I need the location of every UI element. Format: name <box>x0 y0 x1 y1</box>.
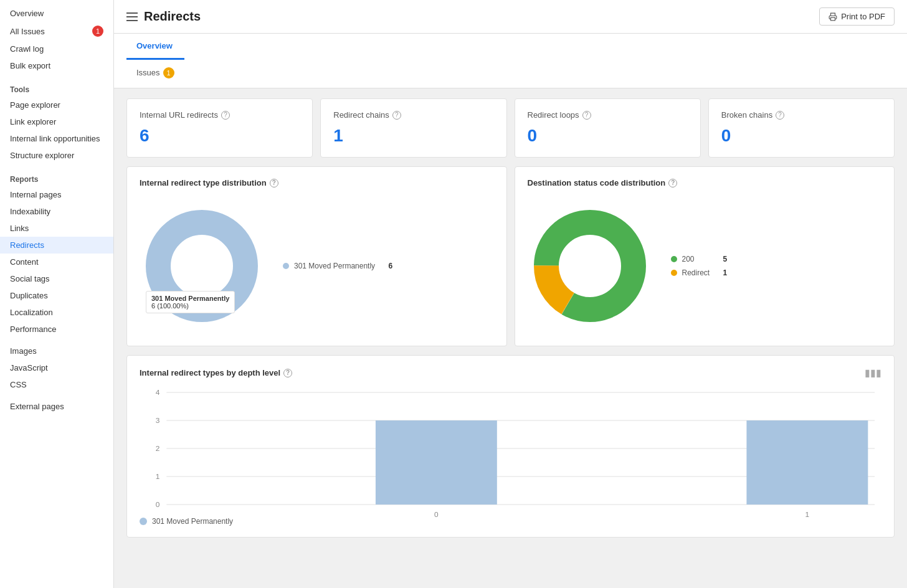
redirect-type-help-icon[interactable]: ? <box>270 179 278 187</box>
sidebar-item-social-tags[interactable]: Social tags <box>0 270 113 287</box>
sidebar-item-javascript[interactable]: JavaScript <box>0 359 113 376</box>
sidebar-item-indexability[interactable]: Indexability <box>0 203 113 220</box>
redirect-type-chart-card: Internal redirect type distribution ? <box>126 166 507 346</box>
help-icon-internal-url-redirects[interactable]: ? <box>221 111 230 120</box>
depth-chart-header: Internal redirect types by depth level ?… <box>140 367 881 379</box>
dest-legend-dot-redirect <box>671 270 677 276</box>
destination-donut-container: 200 5 Redirect 1 <box>528 197 882 334</box>
hamburger-icon[interactable] <box>126 12 138 21</box>
sidebar-item-structure-explorer[interactable]: Structure explorer <box>0 147 113 164</box>
svg-text:1: 1 <box>156 473 160 480</box>
dest-legend-value-200: 5 <box>715 255 727 263</box>
bar-chart-area: 4 3 2 1 0 0 1 <box>140 386 881 511</box>
charts-row: Internal redirect type distribution ? <box>126 166 895 346</box>
donut-legend: 301 Moved Permanently 6 <box>283 262 392 270</box>
stat-cards-row: Internal URL redirects ? 6 Redirect chai… <box>126 98 895 158</box>
dest-legend-label-redirect: Redirect <box>682 268 710 277</box>
destination-donut-svg <box>528 204 652 328</box>
tabs-bar: OverviewIssues1 <box>114 34 907 88</box>
bar-x0 <box>376 420 497 505</box>
dest-legend-item-200: 200 5 <box>671 255 728 263</box>
donut-svg <box>140 204 264 328</box>
page-title: Redirects <box>144 9 201 24</box>
content-area: Internal URL redirects ? 6 Redirect chai… <box>114 88 907 588</box>
stat-card-value-internal-url-redirects: 6 <box>140 126 300 146</box>
donut-container: 301 Moved Permanently 6 (100.00%) 301 Mo… <box>140 197 494 334</box>
destination-status-chart-card: Destination status code distribution ? <box>515 166 895 346</box>
sidebar-item-overview[interactable]: Overview <box>0 5 113 22</box>
svg-text:1: 1 <box>805 511 810 518</box>
sidebar-item-css[interactable]: CSS <box>0 376 113 393</box>
legend-item-301: 301 Moved Permanently 6 <box>283 262 392 270</box>
sidebar-item-external-pages[interactable]: External pages <box>0 398 113 415</box>
stat-card-value-redirect-chains: 1 <box>333 126 493 146</box>
stat-card-broken-chains: Broken chains ? 0 <box>708 98 895 158</box>
sidebar-item-content[interactable]: Content <box>0 254 113 270</box>
stat-card-value-broken-chains: 0 <box>721 126 881 146</box>
stat-card-label-internal-url-redirects: Internal URL redirects ? <box>140 110 300 120</box>
sidebar-item-page-explorer[interactable]: Page explorer <box>0 97 113 113</box>
sidebar-item-crawl-log[interactable]: Crawl log <box>0 40 113 57</box>
bar-x1 <box>746 420 868 505</box>
depth-chart-card: Internal redirect types by depth level ?… <box>126 355 895 538</box>
svg-text:2: 2 <box>156 445 160 452</box>
help-icon-redirect-chains[interactable]: ? <box>392 111 401 120</box>
stat-card-value-redirect-loops: 0 <box>528 126 688 146</box>
svg-point-2 <box>174 238 230 294</box>
svg-text:4: 4 <box>156 389 160 396</box>
sidebar-item-all-issues[interactable]: All Issues1 <box>0 22 113 40</box>
svg-rect-0 <box>831 17 835 21</box>
dest-legend-value-redirect: 1 <box>715 268 727 277</box>
print-to-pdf-button[interactable]: Print to PDF <box>819 7 895 26</box>
sidebar-item-links[interactable]: Links <box>0 220 113 237</box>
redirect-type-chart-title: Internal redirect type distribution ? <box>140 178 494 187</box>
legend-label-301: 301 Moved Permanently <box>294 262 375 270</box>
sidebar-item-redirects[interactable]: Redirects <box>0 237 113 254</box>
tab-issues[interactable]: Issues1 <box>126 60 184 88</box>
help-icon-broken-chains[interactable]: ? <box>776 111 784 120</box>
sidebar-item-localization[interactable]: Localization <box>0 304 113 321</box>
print-label: Print to PDF <box>841 12 885 21</box>
svg-text:3: 3 <box>156 417 160 424</box>
dest-legend-item-redirect: Redirect 1 <box>671 268 728 277</box>
dest-legend-label-200: 200 <box>682 255 710 263</box>
stat-card-redirect-loops: Redirect loops ? 0 <box>515 98 701 158</box>
help-icon-redirect-loops[interactable]: ? <box>582 111 591 120</box>
bar-chart-view-icon[interactable]: ▮▮▮ <box>865 367 881 379</box>
legend-value-301: 6 <box>380 262 392 270</box>
tools-section-title: Tools <box>0 79 113 97</box>
reports-section-title: Reports <box>0 169 113 186</box>
sidebar-item-bulk-export[interactable]: Bulk export <box>0 57 113 74</box>
destination-status-chart-title: Destination status code distribution ? <box>528 178 882 187</box>
sidebar: OverviewAll Issues1Crawl logBulk export … <box>0 0 114 588</box>
stat-card-label-redirect-chains: Redirect chains ? <box>333 110 493 120</box>
tab-badge-issues: 1 <box>163 67 174 78</box>
svg-text:0: 0 <box>434 511 439 518</box>
sidebar-item-link-explorer[interactable]: Link explorer <box>0 113 113 130</box>
depth-chart-help-icon[interactable]: ? <box>283 369 292 377</box>
svg-point-5 <box>562 238 618 294</box>
destination-status-legend: 200 5 Redirect 1 <box>671 255 728 277</box>
sidebar-item-internal-pages[interactable]: Internal pages <box>0 186 113 203</box>
badge-all-issues: 1 <box>92 26 103 37</box>
depth-chart-title: Internal redirect types by depth level ? <box>140 368 292 377</box>
svg-text:0: 0 <box>156 501 160 508</box>
legend-dot-301 <box>283 263 289 269</box>
bar-chart-svg: 4 3 2 1 0 0 1 <box>140 386 881 523</box>
stat-card-label-broken-chains: Broken chains ? <box>721 110 881 120</box>
sidebar-item-images[interactable]: Images <box>0 343 113 359</box>
stat-card-label-redirect-loops: Redirect loops ? <box>528 110 688 120</box>
header: Redirects Print to PDF <box>114 0 907 34</box>
sidebar-item-duplicates[interactable]: Duplicates <box>0 287 113 304</box>
sidebar-item-internal-link-opp[interactable]: Internal link opportunities <box>0 130 113 147</box>
sidebar-item-performance[interactable]: Performance <box>0 321 113 338</box>
destination-status-help-icon[interactable]: ? <box>668 179 677 187</box>
stat-card-internal-url-redirects: Internal URL redirects ? 6 <box>126 98 313 158</box>
stat-card-redirect-chains: Redirect chains ? 1 <box>320 98 506 158</box>
main-area: Redirects Print to PDF OverviewIssues1 I… <box>114 0 907 588</box>
dest-legend-dot-200 <box>671 256 677 262</box>
tab-overview[interactable]: Overview <box>126 34 184 60</box>
print-icon <box>829 12 837 21</box>
